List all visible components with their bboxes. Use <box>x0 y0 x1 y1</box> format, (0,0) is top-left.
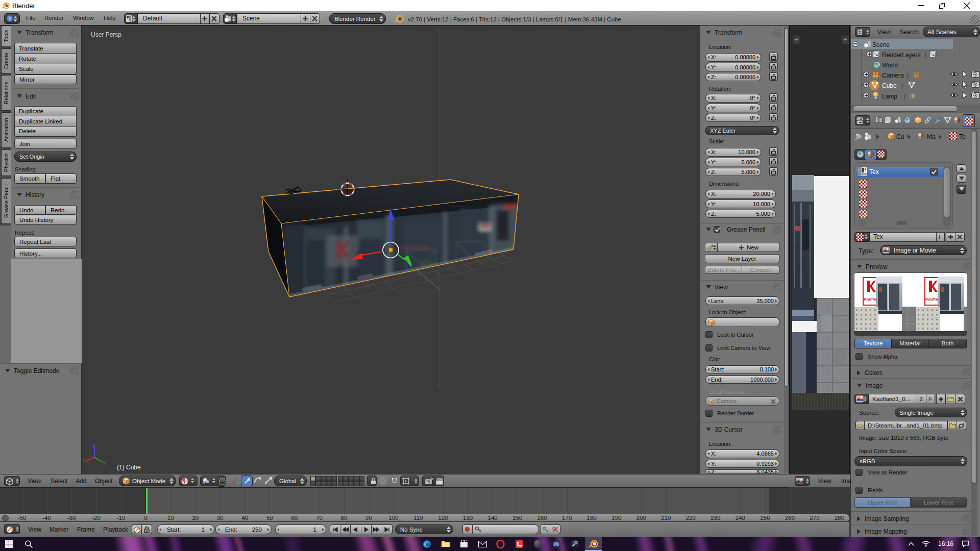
svg-text:Kaufland: Kaufland <box>332 258 352 263</box>
